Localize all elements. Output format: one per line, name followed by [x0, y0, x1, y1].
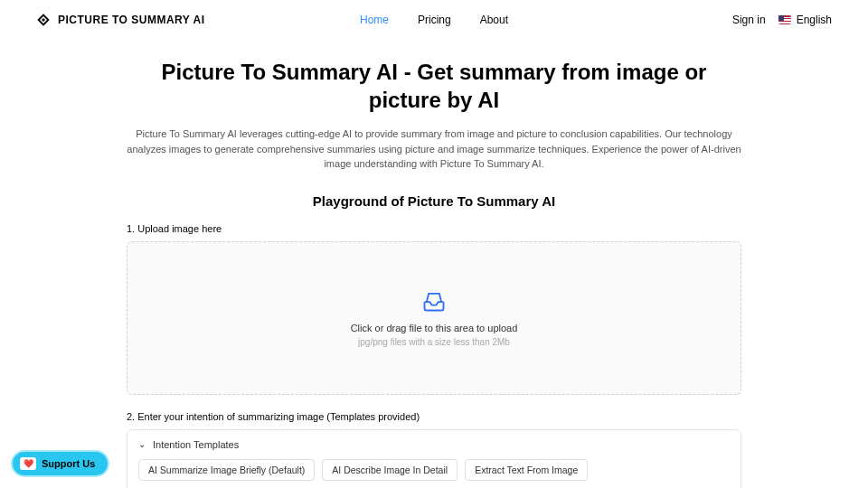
- upload-dropzone[interactable]: Click or drag file to this area to uploa…: [127, 241, 741, 395]
- upload-text: Click or drag file to this area to uploa…: [351, 323, 518, 333]
- step1-label: 1. Upload image here: [127, 223, 741, 234]
- nav-home[interactable]: Home: [360, 14, 389, 26]
- language-selector[interactable]: English: [778, 14, 832, 26]
- inbox-icon: [421, 288, 447, 314]
- language-label: English: [797, 14, 832, 26]
- chip-describe-detail[interactable]: AI Describe Image In Detail: [322, 459, 458, 481]
- brand-name: PICTURE TO SUMMARY AI: [58, 14, 205, 26]
- page-title: Picture To Summary AI - Get summary from…: [127, 58, 741, 114]
- template-chips: AI Summarize Image Briefly (Default) AI …: [138, 459, 730, 488]
- heart-icon: ❤️: [20, 457, 36, 470]
- templates-toggle[interactable]: ⌄ Intention Templates: [138, 439, 730, 450]
- brand-logo-icon: [36, 13, 51, 27]
- header-right: Sign in English: [732, 14, 832, 26]
- nav-pricing[interactable]: Pricing: [418, 14, 451, 26]
- flag-icon: [778, 15, 791, 24]
- upload-hint: jpg/png files with a size less than 2Mb: [358, 337, 510, 347]
- chip-summarize-briefly[interactable]: AI Summarize Image Briefly (Default): [138, 459, 315, 481]
- support-label: Support Us: [42, 458, 95, 469]
- main-nav: Home Pricing About: [360, 14, 508, 26]
- signin-link[interactable]: Sign in: [732, 14, 766, 26]
- chip-extract-text[interactable]: Extract Text From Image: [465, 459, 588, 481]
- chevron-down-icon: ⌄: [138, 439, 146, 449]
- header: PICTURE TO SUMMARY AI Home Pricing About…: [0, 0, 868, 40]
- brand[interactable]: PICTURE TO SUMMARY AI: [36, 13, 205, 27]
- intention-panel: ⌄ Intention Templates AI Summarize Image…: [127, 429, 741, 488]
- templates-label: Intention Templates: [153, 439, 239, 450]
- playground-title: Playground of Picture To Summary AI: [127, 193, 741, 209]
- main-content: Picture To Summary AI - Get summary from…: [118, 58, 750, 488]
- support-button[interactable]: ❤️ Support Us: [11, 450, 109, 477]
- page-description: Picture To Summary AI leverages cutting-…: [127, 127, 741, 172]
- step2-label: 2. Enter your intention of summarizing i…: [127, 411, 741, 422]
- nav-about[interactable]: About: [480, 14, 508, 26]
